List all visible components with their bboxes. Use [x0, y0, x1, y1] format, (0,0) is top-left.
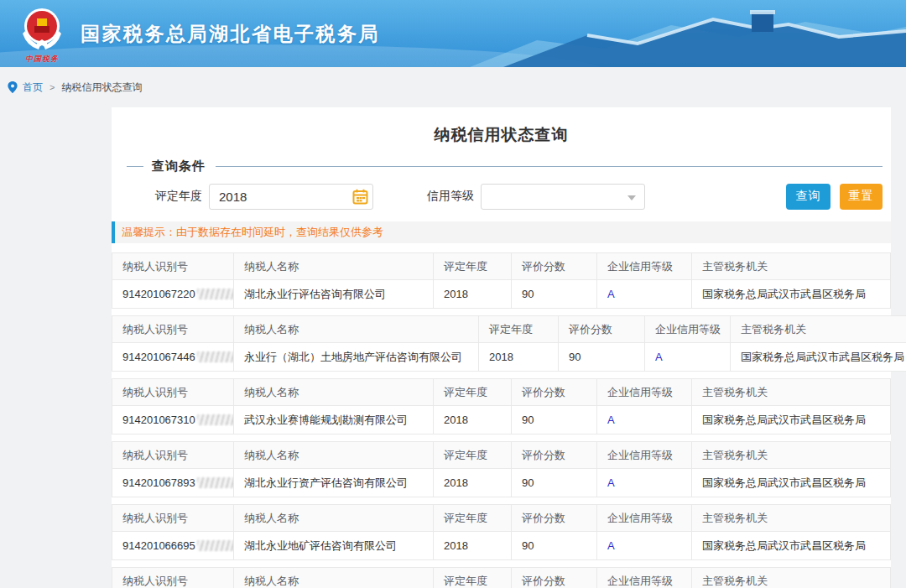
taxpayer-id-cell: 914201067446 [112, 343, 234, 372]
china-tax-emblem-logo: 中国税务 [18, 6, 65, 65]
score-cell: 90 [512, 406, 597, 434]
column-header: 评价分数 [512, 505, 597, 532]
column-header: 评价分数 [512, 568, 597, 588]
column-header: 企业信用等级 [597, 568, 692, 588]
taxpayer-id-cell: 914201066695 [112, 532, 234, 560]
taxpayer-name-cell: 武汉永业赛博能规划勘测有限公司 [234, 406, 434, 434]
table-row: 914201067220湖北永业行评估咨询有限公司201890A国家税务总局武汉… [112, 280, 891, 309]
column-header: 企业信用等级 [597, 253, 692, 280]
column-header: 评定年度 [434, 568, 512, 588]
column-header: 评定年度 [434, 505, 512, 532]
table-row: 914201067893湖北永业行资产评估咨询有限公司201890A国家税务总局… [112, 469, 891, 497]
column-header: 企业信用等级 [597, 505, 692, 532]
grade-field-label: 信用等级 [422, 189, 474, 204]
site-title: 国家税务总局湖北省电子税务局 [81, 21, 380, 47]
column-header: 纳税人识别号 [112, 379, 234, 406]
section-title: 查询条件 [152, 159, 206, 174]
grade-select[interactable] [481, 184, 645, 210]
column-header: 评定年度 [434, 379, 512, 406]
page-title: 纳税信用状态查询 [112, 117, 891, 158]
redacted-id-segment [197, 477, 234, 488]
credit-grade-cell: A [597, 532, 692, 560]
score-cell: 90 [512, 280, 597, 309]
table-row: 914201067310武汉永业赛博能规划勘测有限公司201890A国家税务总局… [112, 406, 891, 434]
column-header: 纳税人识别号 [112, 442, 234, 469]
calendar-icon[interactable] [352, 189, 368, 205]
column-header: 纳税人名称 [234, 253, 434, 280]
year-input[interactable] [209, 184, 373, 210]
column-header: 企业信用等级 [645, 316, 731, 343]
redacted-id-segment [197, 289, 234, 299]
column-header: 纳税人识别号 [112, 568, 234, 588]
year-field [209, 184, 373, 210]
column-header: 纳税人名称 [234, 379, 434, 406]
reset-button[interactable]: 重置 [840, 184, 883, 210]
column-header: 评价分数 [512, 253, 597, 280]
table-header-row: 纳税人识别号纳税人名称评定年度评价分数企业信用等级主管税务机关 [112, 442, 891, 469]
grade-select-value [482, 190, 491, 203]
column-header: 主管税务机关 [692, 253, 891, 280]
column-header: 纳税人名称 [234, 505, 434, 532]
table-header-row: 纳税人识别号纳税人名称评定年度评价分数企业信用等级主管税务机关 [112, 568, 891, 588]
taxpayer-id: 914201067446 [122, 351, 195, 363]
column-header: 企业信用等级 [597, 442, 692, 469]
tax-authority-cell: 国家税务总局武汉市武昌区税务局 [731, 343, 906, 372]
redacted-id-segment [197, 414, 234, 425]
location-pin-icon [8, 81, 18, 93]
taxpayer-id-cell: 914201067220 [112, 280, 234, 309]
tax-authority-cell: 国家税务总局武汉市武昌区税务局 [692, 406, 891, 434]
query-button[interactable]: 查询 [786, 184, 830, 210]
column-header: 纳税人识别号 [112, 505, 234, 532]
credit-grade-value: A [607, 288, 615, 300]
table-row: 914201066695湖北永业地矿评估咨询有限公司201890A国家税务总局武… [112, 532, 891, 560]
column-header: 评定年度 [434, 442, 512, 469]
notice-bar: 温馨提示：由于数据存在时间延时，查询结果仅供参考 [112, 221, 891, 243]
legend-right-rule [216, 166, 883, 167]
year-cell: 2018 [434, 469, 512, 497]
score-cell: 90 [512, 469, 597, 497]
column-header: 主管税务机关 [692, 568, 891, 588]
table-header-row: 纳税人识别号纳税人名称评定年度评价分数企业信用等级主管税务机关 [112, 253, 891, 280]
result-table-group: 纳税人识别号纳税人名称评定年度评价分数企业信用等级主管税务机关914201066… [112, 504, 891, 560]
credit-grade-cell: A [597, 469, 692, 497]
result-table-group: 纳税人识别号纳税人名称评定年度评价分数企业信用等级主管税务机关914201067… [112, 315, 906, 372]
score-cell: 90 [559, 343, 645, 372]
year-cell: 2018 [434, 280, 512, 309]
query-conditions-section-header: 查询条件 [112, 158, 891, 174]
tax-authority-cell: 国家税务总局武汉市武昌区税务局 [692, 532, 891, 560]
tax-authority-cell: 国家税务总局武汉市武昌区税务局 [692, 280, 891, 309]
tax-authority-cell: 国家税务总局武汉市武昌区税务局 [692, 469, 891, 497]
content-card: 纳税信用状态查询 查询条件 评定年度 信用等级 [112, 107, 891, 588]
column-header: 评价分数 [512, 379, 597, 406]
year-field-label: 评定年度 [150, 189, 202, 204]
column-header: 评定年度 [479, 316, 559, 343]
table-row: 914201067446永业行（湖北）土地房地产评估咨询有限公司201890A国… [112, 343, 906, 372]
credit-grade-cell: A [597, 280, 692, 309]
year-cell: 2018 [479, 343, 559, 372]
breadcrumb-current: 纳税信用状态查询 [61, 81, 142, 95]
chevron-down-icon [627, 195, 636, 200]
form-buttons: 查询 重置 [786, 184, 883, 210]
credit-grade-cell: A [645, 343, 731, 372]
credit-grade-value: A [655, 351, 663, 363]
breadcrumb: 首页 > 纳税信用状态查询 [0, 67, 906, 107]
breadcrumb-separator: > [49, 82, 55, 92]
column-header: 纳税人名称 [234, 442, 434, 469]
result-table-group: 纳税人识别号纳税人名称评定年度评价分数企业信用等级主管税务机关914201067… [112, 441, 891, 497]
credit-grade-cell: A [597, 406, 692, 434]
breadcrumb-home-link[interactable]: 首页 [23, 81, 43, 95]
column-header: 纳税人名称 [234, 316, 479, 343]
result-table-group: 纳税人识别号纳税人名称评定年度评价分数企业信用等级主管税务机关914201060… [112, 567, 891, 588]
credit-grade-value: A [607, 476, 615, 489]
taxpayer-id: 914201067310 [122, 414, 195, 426]
result-table-group: 纳税人识别号纳税人名称评定年度评价分数企业信用等级主管税务机关914201067… [112, 378, 891, 434]
column-header: 纳税人名称 [234, 568, 434, 588]
notice-text: 温馨提示：由于数据存在时间延时，查询结果仅供参考 [122, 225, 383, 240]
year-cell: 2018 [434, 532, 512, 560]
taxpayer-id-cell: 914201067310 [112, 406, 234, 434]
query-form: 评定年度 信用等级 查询 重置 [112, 183, 891, 210]
table-header-row: 纳税人识别号纳税人名称评定年度评价分数企业信用等级主管税务机关 [112, 505, 891, 532]
result-table-group: 纳税人识别号纳税人名称评定年度评价分数企业信用等级主管税务机关914201067… [112, 252, 891, 309]
column-header: 评价分数 [512, 442, 597, 469]
redacted-id-segment [197, 351, 234, 362]
